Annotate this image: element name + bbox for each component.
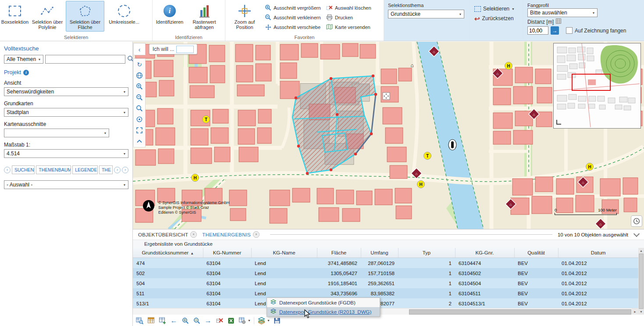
overview-map[interactable] [553, 43, 641, 129]
open-table-button[interactable] [135, 316, 144, 325]
ich-will-input[interactable] [176, 46, 194, 53]
selektion-polylinie-button[interactable]: Selektion über Polylinie [29, 1, 66, 32]
toolbar-separator [254, 317, 254, 324]
column-header[interactable]: KG-Gnr. [455, 248, 514, 258]
data-export-button[interactable] [257, 316, 266, 325]
auf-zeichnung-fangen-checkbox[interactable] [566, 27, 573, 34]
zoom-to-selected-button[interactable] [181, 316, 189, 325]
table-row[interactable]: 50263104Lend1305,05427157,71015816310450… [133, 268, 638, 278]
boxselektion-button[interactable]: Boxselektion [1, 1, 29, 32]
tabs-more-icon[interactable]: › [122, 167, 128, 173]
table-settings-button[interactable] [238, 316, 246, 325]
table-cell: 157,710158 [361, 268, 398, 278]
ausschnitt-verkleinern-button[interactable]: Ausschnitt verkleinern [263, 13, 324, 21]
ansicht-dropdown[interactable]: Sehenswürdigkeiten ▼ [4, 87, 128, 96]
tab-themenergebnis[interactable]: THEMENERGEBNIS × [202, 231, 260, 238]
table-row[interactable]: 51163104Lend343,73569683,985382163104511… [133, 288, 638, 298]
chevron-down-icon[interactable]: ▼ [248, 319, 251, 322]
auswahl-dropdown[interactable]: - Auswahl - ▼ [4, 180, 128, 189]
column-header[interactable]: Grundstücksnummer▲ [133, 248, 203, 258]
identifizieren-button[interactable]: i Identifizieren [153, 1, 186, 32]
grundkarten-dropdown[interactable]: Stadtplan ▼ [4, 108, 128, 117]
table-row[interactable]: 50463104Lend1916,185401259,3626511631045… [133, 278, 638, 288]
dropdown-value: Grundstücke [388, 11, 457, 17]
context-menu-item-fgdb[interactable]: Datenexport Grundstücke (FGDB) [267, 298, 380, 307]
auswahl-loeschen-button[interactable]: Auswahl löschen [324, 4, 380, 12]
svg-text:T: T [426, 154, 429, 158]
panel-collapse-icon[interactable] [633, 231, 640, 237]
ich-will-widget[interactable]: Ich will ... [149, 44, 197, 54]
themen-dropdown[interactable]: Alle Themen ▼ [4, 55, 43, 64]
search-input[interactable] [45, 55, 125, 64]
tab-themen[interactable]: THE [99, 165, 113, 174]
history-clock-button[interactable] [631, 215, 642, 227]
tabs-scroll-right-icon[interactable]: › [114, 167, 121, 173]
zoom-out-icon[interactable] [135, 93, 144, 102]
karte-versenden-button[interactable]: Karte versenden [324, 23, 380, 31]
close-icon[interactable]: × [190, 231, 197, 238]
umkreisselektion-button[interactable]: Umkreissele... [104, 1, 144, 32]
scroll-down-icon[interactable]: ▼ [638, 309, 644, 315]
excel-export-button[interactable] [227, 316, 235, 325]
selektieren-menu-button[interactable]: Selektieren ▼ [470, 4, 523, 14]
ausschnitt-vergroessern-button[interactable]: Ausschnitt vergrößern [263, 4, 324, 12]
scrollbar-thumb[interactable] [409, 309, 631, 315]
ausschnitt-verschieben-button[interactable]: Ausschnitt verschiebe [263, 23, 324, 31]
kartenausschnitte-dropdown[interactable]: ▼ [4, 129, 109, 137]
scrollbar-thumb[interactable] [639, 254, 644, 309]
save-button[interactable] [273, 316, 281, 325]
column-header[interactable]: Typ [398, 248, 455, 258]
tab-suchen[interactable]: SUCHEN [12, 165, 35, 174]
selektionsthema-dropdown[interactable]: Grundstücke ▼ [388, 10, 464, 18]
info-icon[interactable]: i [23, 70, 29, 75]
next-record-button[interactable]: → [204, 316, 212, 325]
column-header[interactable]: Umfang [361, 248, 398, 258]
scalebar-label: 100 Meter [598, 208, 617, 212]
table-row[interactable]: 47463104Lend3741,485862287,0601291631044… [133, 258, 638, 269]
close-icon[interactable]: × [253, 231, 260, 238]
zoom-out-selected-button[interactable] [192, 316, 201, 325]
clear-table-selection-button[interactable] [215, 316, 224, 325]
tab-objektuebersicht[interactable]: OBJEKTÜBERSICHT × [138, 231, 197, 238]
table-cell: 1916,185401 [317, 278, 361, 288]
scroll-up-icon[interactable]: ▲ [638, 248, 644, 254]
apply-distance-button[interactable]: → [551, 26, 559, 35]
zoom-window-icon[interactable] [135, 104, 144, 113]
rasterwert-abfragen-button[interactable]: Rasterwert abfragen [186, 1, 223, 32]
column-header[interactable]: KG-Nummer [203, 248, 251, 258]
chevron-down-icon[interactable]: ▼ [267, 319, 270, 322]
selektion-flaeche-button[interactable]: Selektion über Fläche [66, 1, 104, 32]
table-horizontal-scrollbar[interactable]: ► [133, 308, 638, 315]
table-button[interactable] [147, 316, 155, 325]
full-extent-icon[interactable] [135, 126, 144, 135]
scroll-right-icon[interactable]: ► [632, 308, 638, 315]
tab-legende[interactable]: LEGENDE [72, 165, 98, 174]
distanz-input[interactable] [527, 26, 548, 35]
tabs-scroll-left-icon[interactable]: ‹ [4, 167, 11, 173]
previous-record-button[interactable]: ← [170, 316, 178, 325]
tool-label: Karte versenden [335, 25, 370, 30]
column-header[interactable]: Qualität [514, 248, 558, 258]
grid-icon[interactable] [556, 18, 561, 25]
column-header[interactable]: KG-Name [251, 248, 317, 258]
tab-themenbaum[interactable]: THEMENBAUM [36, 165, 71, 174]
drucken-button[interactable]: Drucken [324, 13, 380, 21]
map-viewport[interactable]: ⌂ ⌂ ⌂ ⌂ ⌂ ⌂ ⌂ ⌂ T T H H H H ‹ ↻ [133, 42, 644, 229]
center-map-icon[interactable] [135, 115, 144, 124]
refresh-icon[interactable]: ↻ [135, 60, 144, 69]
collapse-up-icon[interactable] [135, 137, 144, 146]
table-row[interactable]: 513/163104Lend1,782077263104513/1BEV01.0… [133, 298, 638, 308]
context-menu-item-r2013-dwg[interactable]: Datenexport Grundstücke (R2013_DWG) [267, 307, 380, 316]
zoom-in-icon[interactable] [135, 82, 144, 91]
zoom-out-icon [265, 14, 271, 21]
globe-icon[interactable] [135, 71, 144, 80]
append-table-button[interactable] [158, 316, 167, 325]
fangprofil-dropdown[interactable]: Bitte auswählen ▼ [527, 8, 598, 17]
sidebar-collapse-button[interactable]: ‹ [133, 43, 146, 55]
zuruecksetzen-button[interactable]: ↩ Zurücksetzen [470, 14, 523, 23]
massstab-dropdown[interactable]: 4.514 ▼ [4, 149, 128, 158]
column-header[interactable]: Fläche [317, 248, 361, 258]
column-header[interactable]: Datum [558, 248, 638, 258]
table-vertical-scrollbar[interactable]: ▲ ▼ [638, 248, 644, 315]
zoom-auf-position-button[interactable]: Zoom auf Position [226, 1, 263, 32]
